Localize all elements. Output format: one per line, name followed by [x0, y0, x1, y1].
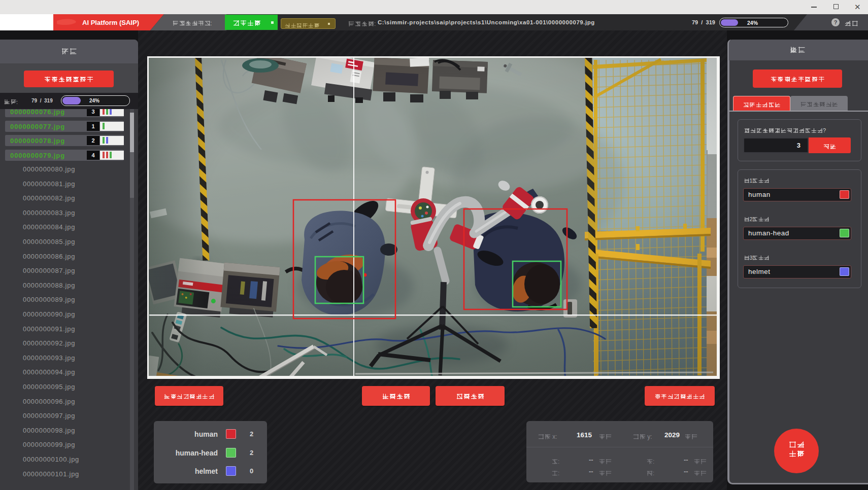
svg-text:AI Platform (SAIP): AI Platform (SAIP): [82, 19, 139, 26]
